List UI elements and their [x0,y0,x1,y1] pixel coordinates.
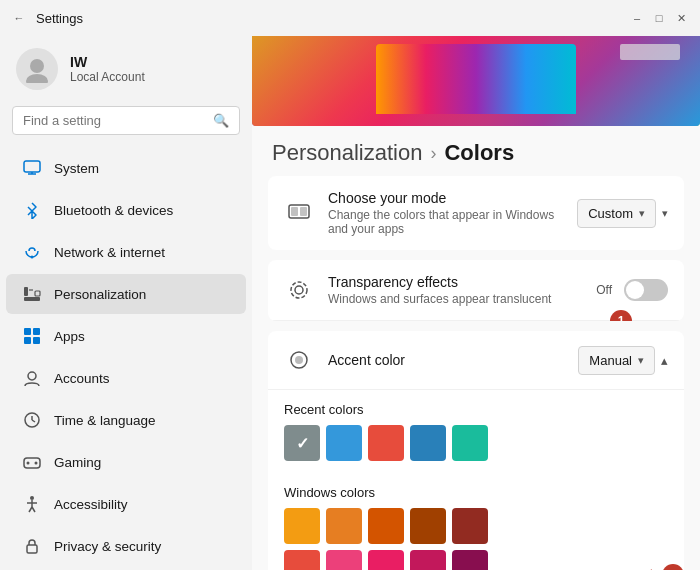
recent-swatch-2[interactable] [368,425,404,461]
maximize-button[interactable]: □ [652,11,666,25]
expand-icon[interactable]: ▾ [662,207,668,220]
windows-colors-row-2 [284,550,668,570]
sidebar-nav: System Bluetooth & devices Network & int… [0,147,252,570]
system-icon [22,158,42,178]
search-input[interactable] [23,113,205,128]
win-swatch-0-0[interactable] [284,508,320,544]
sidebar-item-system[interactable]: System [6,148,246,188]
choose-mode-dropdown[interactable]: Custom ▾ [577,199,656,228]
choose-mode-title: Choose your mode [328,190,563,206]
recent-swatch-1[interactable] [326,425,362,461]
svg-point-0 [30,59,44,73]
svg-rect-13 [33,337,40,344]
accent-icon [284,345,314,375]
recent-swatch-0[interactable] [284,425,320,461]
sidebar: IW Local Account 🔍 System Bluetooth & de… [0,36,252,570]
transparency-title: Transparency effects [328,274,582,290]
accent-color-section: Accent color Manual ▾ ▴ Recent colors [268,331,684,570]
win-swatch-0-4[interactable] [452,508,488,544]
breadcrumb-parent[interactable]: Personalization [272,140,422,166]
sidebar-item-accounts[interactable]: Accounts [6,358,246,398]
breadcrumb-current: Colors [444,140,514,166]
accent-dropdown[interactable]: Manual ▾ [578,346,655,375]
search-bar[interactable]: 🔍 [12,106,240,135]
time-icon [22,410,42,430]
windows-colors-row-1 [284,508,668,544]
svg-rect-30 [300,207,307,216]
svg-point-35 [295,356,303,364]
chevron-down-icon: ▾ [639,207,645,220]
personalization-icon [22,284,42,304]
transparency-text: Transparency effects Windows and surface… [328,274,582,306]
sidebar-item-gaming-label: Gaming [54,455,101,470]
choose-mode-control[interactable]: Custom ▾ ▾ [577,199,668,228]
user-profile[interactable]: IW Local Account [0,36,252,106]
win-swatch-0-1[interactable] [326,508,362,544]
transparency-section: Transparency effects Windows and surface… [268,260,684,321]
sidebar-item-bluetooth[interactable]: Bluetooth & devices [6,190,246,230]
sidebar-item-time-label: Time & language [54,413,156,428]
win-swatch-1-0[interactable] [284,550,320,570]
back-button[interactable]: ← [12,11,26,25]
sidebar-item-system-label: System [54,161,99,176]
win-swatch-1-3[interactable] [410,550,446,570]
svg-rect-10 [24,328,31,335]
minimize-button[interactable]: – [630,11,644,25]
sidebar-item-network[interactable]: Network & internet [6,232,246,272]
accent-value: Manual [589,353,632,368]
bluetooth-icon [22,200,42,220]
sidebar-item-time[interactable]: Time & language [6,400,246,440]
win-swatch-1-1[interactable] [326,550,362,570]
network-icon [22,242,42,262]
win-swatch-0-2[interactable] [368,508,404,544]
accessibility-icon [22,494,42,514]
win-swatch-1-2[interactable] [368,550,404,570]
choose-mode-section: Choose your mode Change the colors that … [268,176,684,250]
title-bar: ← Settings – □ ✕ [0,0,700,36]
collapse-icon[interactable]: ▴ [661,353,668,368]
breadcrumb: Personalization › Colors [252,126,700,176]
svg-point-31 [291,282,307,298]
transparency-toggle[interactable] [624,279,668,301]
app-title: Settings [36,11,83,26]
sidebar-item-personalization-label: Personalization [54,287,146,302]
search-icon: 🔍 [213,113,229,128]
accounts-icon [22,368,42,388]
choose-mode-row: Choose your mode Change the colors that … [268,176,684,250]
sidebar-item-privacy-label: Privacy & security [54,539,161,554]
sidebar-item-accessibility[interactable]: Accessibility [6,484,246,524]
svg-point-14 [28,372,36,380]
transparency-subtitle: Windows and surfaces appear translucent [328,292,582,306]
accent-text: Accent color [328,352,564,368]
toggle-off-label: Off [596,283,612,297]
accent-control[interactable]: Manual ▾ ▴ [578,346,668,375]
sidebar-item-network-label: Network & internet [54,245,165,260]
svg-rect-2 [24,161,40,172]
sidebar-item-privacy[interactable]: Privacy & security [6,526,246,566]
accent-title: Accent color [328,352,564,368]
svg-rect-7 [24,287,28,296]
sidebar-item-personalization[interactable]: Personalization [6,274,246,314]
recent-swatch-3[interactable] [410,425,446,461]
svg-rect-29 [291,207,298,216]
sidebar-item-accounts-label: Accounts [54,371,110,386]
window-controls: – □ ✕ [630,11,688,25]
win-swatch-1-4[interactable] [452,550,488,570]
svg-rect-18 [24,458,40,468]
svg-point-32 [295,286,303,294]
svg-line-25 [32,507,35,512]
main-content: Personalization › Colors Choose your mod… [252,36,700,570]
recent-swatch-4[interactable] [452,425,488,461]
close-button[interactable]: ✕ [674,11,688,25]
transparency-icon [284,275,314,305]
svg-point-5 [31,256,34,259]
win-swatch-0-3[interactable] [410,508,446,544]
header-preview-image [252,36,700,126]
svg-rect-26 [27,545,37,553]
avatar [16,48,58,90]
svg-point-21 [30,496,34,500]
sidebar-item-accessibility-label: Accessibility [54,497,128,512]
sidebar-item-apps[interactable]: Apps [6,316,246,356]
privacy-icon [22,536,42,556]
sidebar-item-gaming[interactable]: Gaming [6,442,246,482]
